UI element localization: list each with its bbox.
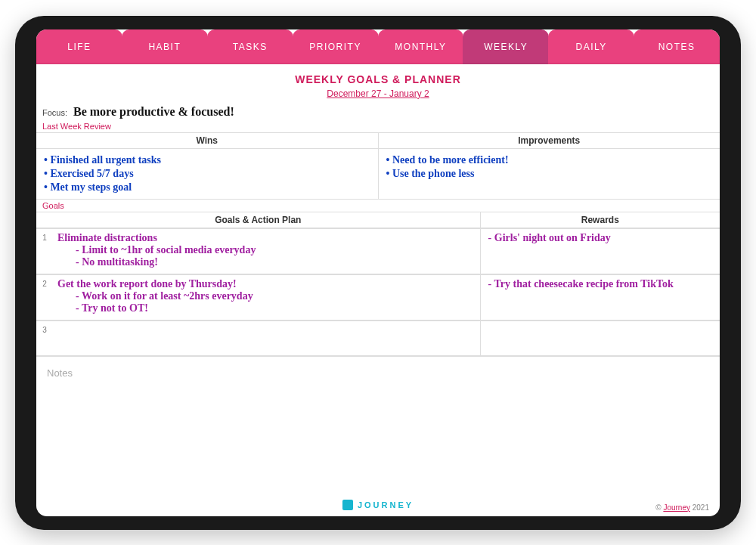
goal-sub: - Work on it for at least ~2hrs everyday bbox=[57, 290, 476, 302]
copyright-year: 2021 bbox=[690, 503, 709, 512]
goal-title: Eliminate distractions bbox=[57, 232, 476, 244]
tab-daily[interactable]: DAILY bbox=[548, 29, 634, 64]
screen: LIFE HABIT TASKS PRIORITY MONTHLY WEEKLY… bbox=[36, 29, 720, 516]
goals-section-label: Goals bbox=[36, 200, 720, 212]
copyright-brand-link[interactable]: Journey bbox=[663, 503, 690, 512]
goals-plan-header: Goals & Action Plan bbox=[36, 212, 480, 228]
improvements-item: • Use the phone less bbox=[386, 167, 713, 181]
goal-number: 2 bbox=[36, 275, 53, 320]
goal-number: 1 bbox=[36, 229, 53, 274]
copyright: © Journey 2021 bbox=[655, 503, 709, 512]
wins-item: • Exercised 5/7 days bbox=[44, 167, 370, 181]
tab-tasks[interactable]: TASKS bbox=[207, 29, 293, 64]
wins-item: • Finished all urgent tasks bbox=[44, 153, 370, 167]
tab-monthly[interactable]: MONTHLY bbox=[378, 29, 464, 64]
goal-reward-cell[interactable] bbox=[481, 321, 496, 355]
footer-brand: JOURNEY bbox=[358, 500, 414, 509]
page-content: WEEKLY GOALS & PLANNER December 27 - Jan… bbox=[36, 64, 720, 516]
focus-row: Focus: Be more productive & focused! bbox=[36, 104, 720, 120]
wins-body[interactable]: • Finished all urgent tasks • Exercised … bbox=[36, 149, 378, 200]
focus-value[interactable]: Be more productive & focused! bbox=[73, 105, 234, 119]
tablet-frame: LIFE HABIT TASKS PRIORITY MONTHLY WEEKLY… bbox=[15, 16, 741, 530]
goal-plan-cell[interactable] bbox=[53, 321, 480, 355]
tab-weekly[interactable]: WEEKLY bbox=[463, 29, 549, 64]
goal-sub: - No multitasking! bbox=[57, 256, 476, 268]
reward-text: - Girls' night out on Friday bbox=[488, 232, 611, 244]
tab-priority[interactable]: PRIORITY bbox=[293, 29, 379, 64]
tab-notes[interactable]: NOTES bbox=[634, 29, 720, 64]
goal-row: 1 Eliminate distractions - Limit to ~1hr… bbox=[36, 229, 720, 275]
review-section-label: Last Week Review bbox=[36, 120, 720, 133]
goal-row: 3 bbox=[36, 321, 720, 357]
goal-reward-cell[interactable]: - Girls' night out on Friday bbox=[481, 229, 618, 274]
goal-sub: - Try not to OT! bbox=[57, 302, 476, 314]
goal-plan-cell[interactable]: Get the work report done by Thursday! - … bbox=[53, 275, 480, 320]
goal-number: 3 bbox=[36, 321, 53, 355]
notes-label: Notes bbox=[47, 367, 73, 379]
wins-header: Wins bbox=[36, 133, 378, 149]
notes-area[interactable]: Notes bbox=[36, 357, 720, 389]
tab-life[interactable]: LIFE bbox=[36, 29, 122, 64]
wins-column: Wins • Finished all urgent tasks • Exerc… bbox=[36, 133, 379, 200]
reward-text: - Try that cheesecake recipe from TikTok bbox=[488, 278, 674, 290]
copyright-prefix: © bbox=[655, 503, 663, 512]
improvements-column: Improvements • Need to be more efficient… bbox=[379, 133, 720, 200]
goal-reward-cell[interactable]: - Try that cheesecake recipe from TikTok bbox=[481, 275, 681, 320]
journey-logo-icon bbox=[342, 500, 353, 510]
tab-habit[interactable]: HABIT bbox=[122, 29, 208, 64]
focus-label: Focus: bbox=[42, 108, 67, 117]
goals-header-row: Goals & Action Plan Rewards bbox=[36, 212, 720, 229]
top-tabs: LIFE HABIT TASKS PRIORITY MONTHLY WEEKLY… bbox=[36, 29, 720, 64]
goal-row: 2 Get the work report done by Thursday! … bbox=[36, 275, 720, 321]
review-grid: Wins • Finished all urgent tasks • Exerc… bbox=[36, 133, 720, 200]
improvements-header: Improvements bbox=[379, 133, 720, 149]
footer: JOURNEY bbox=[36, 494, 720, 516]
wins-item: • Met my steps goal bbox=[44, 181, 370, 194]
improvements-body[interactable]: • Need to be more efficient! • Use the p… bbox=[379, 149, 720, 196]
goals-rewards-header: Rewards bbox=[481, 212, 720, 228]
goal-plan-cell[interactable]: Eliminate distractions - Limit to ~1hr o… bbox=[53, 229, 480, 274]
improvements-item: • Need to be more efficient! bbox=[386, 153, 713, 167]
page-title: WEEKLY GOALS & PLANNER bbox=[36, 73, 720, 85]
goal-sub: - Limit to ~1hr of social media everyday bbox=[57, 244, 476, 256]
date-range-link[interactable]: December 27 - January 2 bbox=[36, 88, 720, 99]
goal-title: Get the work report done by Thursday! bbox=[57, 278, 476, 290]
